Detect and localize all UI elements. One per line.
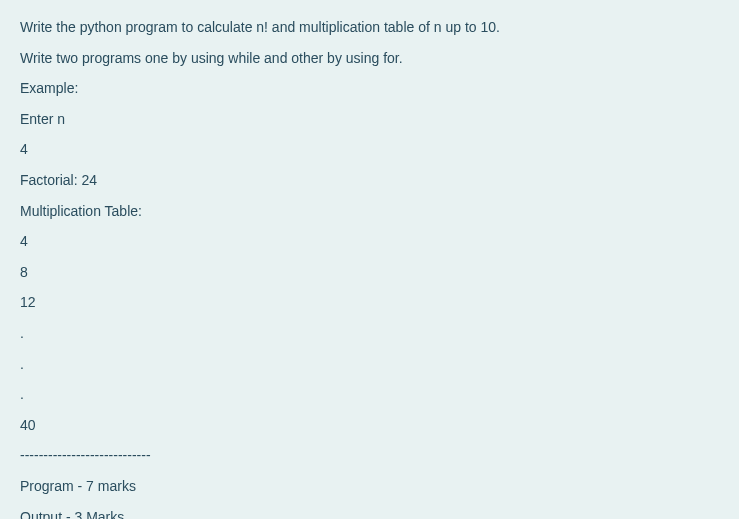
marks-output: Output - 3 Marks	[20, 508, 719, 520]
table-row: 40	[20, 416, 719, 436]
instruction-line-2: Write two programs one by using while an…	[20, 49, 719, 69]
factorial-output: Factorial: 24	[20, 171, 719, 191]
table-row: 8	[20, 263, 719, 283]
marks-program: Program - 7 marks	[20, 477, 719, 497]
table-row: 12	[20, 293, 719, 313]
divider-dashes: ----------------------------	[20, 446, 719, 466]
ellipsis-dot: .	[20, 355, 719, 375]
multiplication-table-label: Multiplication Table:	[20, 202, 719, 222]
instruction-line-1: Write the python program to calculate n!…	[20, 18, 719, 38]
example-label: Example:	[20, 79, 719, 99]
ellipsis-dot: .	[20, 324, 719, 344]
prompt-text: Enter n	[20, 110, 719, 130]
ellipsis-dot: .	[20, 385, 719, 405]
input-value: 4	[20, 140, 719, 160]
table-row: 4	[20, 232, 719, 252]
